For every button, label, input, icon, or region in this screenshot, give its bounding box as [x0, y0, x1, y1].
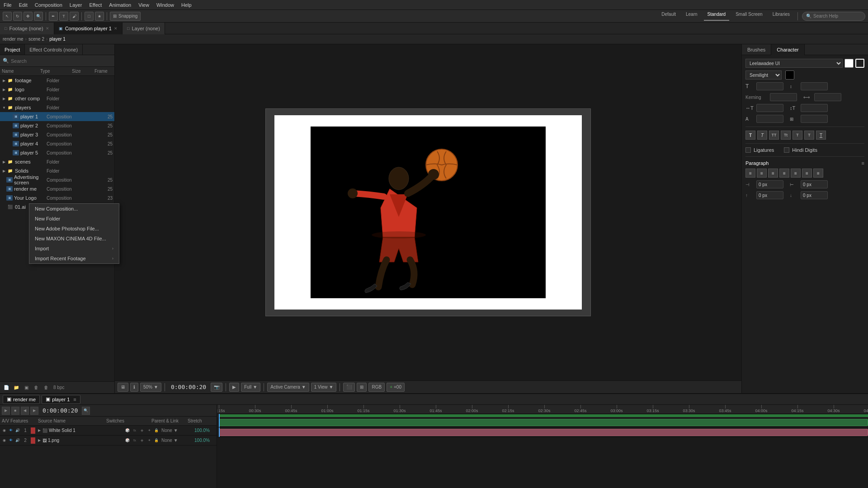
layer2-motion[interactable]: ◈ — [139, 437, 145, 444]
tab-footage[interactable]: □ Footage (none) ✕ — [0, 23, 54, 34]
kerning-input[interactable]: 0 — [770, 93, 797, 101]
breadcrumb-item-0[interactable]: render me — [3, 37, 24, 42]
new-comp-btn[interactable]: ▣ — [22, 384, 31, 392]
layer2-adjust[interactable]: ✦ — [146, 437, 152, 444]
breadcrumb-item-2[interactable]: player 1 — [49, 37, 66, 42]
transparency-btn[interactable]: ⬛ — [343, 383, 355, 392]
hindi-checkbox[interactable] — [784, 147, 789, 153]
layer2-color[interactable] — [31, 437, 35, 444]
trash-btn[interactable]: 🗑 — [42, 384, 51, 392]
tree-item-render_me[interactable]: ▣ render me Composition 25 — [0, 184, 114, 193]
project-search-input[interactable] — [11, 58, 112, 64]
para-space-before[interactable] — [756, 191, 783, 199]
para-align-left[interactable]: ≡ — [745, 169, 755, 178]
tl-next-btn[interactable]: ▶ — [30, 407, 38, 415]
leading-input[interactable]: 81 px — [801, 82, 828, 90]
tree-arrow[interactable]: ▶ — [2, 88, 6, 92]
menu-window[interactable]: Window — [153, 2, 178, 8]
channel-btn[interactable]: RGB — [368, 383, 385, 392]
para-align-justify-left[interactable]: ≡ — [779, 169, 789, 178]
scale-v-input[interactable]: 95 % — [801, 104, 828, 112]
format-italic[interactable]: T — [757, 131, 767, 140]
tool-pen[interactable]: ✒ — [49, 12, 58, 21]
layer2-parent-arrow[interactable]: ▼ — [174, 438, 178, 443]
layer2-lock[interactable]: 🔒 — [153, 437, 160, 444]
paragraph-menu-icon[interactable]: ≡ — [862, 160, 864, 166]
tl-timecode[interactable]: 0:00:00:20 — [40, 407, 80, 414]
layer1-color[interactable] — [31, 427, 35, 434]
tool-select[interactable]: ↖ — [3, 12, 12, 21]
layer1-solo[interactable]: ◉ — [1, 427, 7, 434]
tree-item-player_5[interactable]: ▣ player 5 Composition 25 — [0, 148, 114, 157]
para-align-right[interactable]: ≡ — [768, 169, 778, 178]
layer1-bar[interactable] — [219, 419, 868, 426]
format-bold[interactable]: T — [745, 131, 755, 140]
scale-h-input[interactable]: 100 % — [756, 104, 783, 112]
style-select[interactable]: Semilight — [745, 70, 782, 80]
tool-move[interactable]: ✥ — [24, 12, 33, 21]
layer2-solo[interactable]: ◉ — [1, 437, 7, 444]
layer1-3d[interactable]: 🎲 — [124, 427, 131, 434]
tl-play-btn[interactable]: ▶ — [2, 407, 10, 415]
player1-tab-menu[interactable]: ≡ — [73, 397, 76, 402]
format-sub[interactable]: T — [804, 131, 814, 140]
para-align-justify-all[interactable]: ≡ — [813, 169, 823, 178]
tl-stop-btn[interactable]: ■ — [11, 407, 19, 415]
tree-arrow[interactable]: ▼ — [2, 106, 6, 110]
menu-file[interactable]: File — [0, 2, 15, 8]
grid-btn[interactable]: ⊞ — [357, 383, 367, 392]
ligatures-checkbox[interactable] — [745, 147, 751, 153]
layer2-bar[interactable] — [219, 429, 868, 436]
tab-effect-controls[interactable]: Effect Controls (none) — [25, 44, 83, 55]
new-item-btn[interactable]: 📄 — [2, 384, 11, 392]
context-item-New_MAXON_CINEMA_4D_File___[interactable]: New MAXON CINEMA 4D File... — [29, 234, 119, 244]
format-super[interactable]: T — [793, 131, 802, 140]
font-color-btn[interactable] — [844, 59, 854, 68]
viewer-info-btn[interactable]: ℹ — [130, 383, 138, 392]
layer1-adjust[interactable]: ✦ — [146, 427, 152, 434]
format-allcaps[interactable]: TT — [769, 131, 779, 140]
preview-btn[interactable]: ▶ — [229, 383, 239, 392]
context-item-New_Adobe_Photoshop_File___[interactable]: New Adobe Photoshop File... — [29, 224, 119, 234]
tree-item-scenes[interactable]: ▶ 📁 scenes Folder — [0, 157, 114, 166]
brushes-tab[interactable]: Brushes — [742, 44, 771, 55]
workspace-libraries[interactable]: Libraries — [769, 12, 793, 21]
delete-btn[interactable]: 🗑 — [32, 384, 41, 392]
tsumi-input[interactable]: 0 % — [801, 115, 828, 123]
layer1-motion[interactable]: ◈ — [139, 427, 145, 434]
para-space-after[interactable] — [801, 191, 828, 199]
layer2-audio[interactable]: 🔊 — [14, 437, 21, 444]
tl-prev-btn[interactable]: ◀ — [21, 407, 29, 415]
tool-puppet[interactable]: ★ — [95, 12, 104, 21]
layer1-lock[interactable]: 🔒 — [153, 427, 160, 434]
style-color-btn[interactable] — [785, 70, 794, 80]
tree-item-player_4[interactable]: ▣ player 4 Composition 25 — [0, 139, 114, 148]
menu-help[interactable]: Help — [178, 2, 195, 8]
viewer-resolution-btn[interactable]: 🖥 — [118, 383, 128, 392]
layer1-visible[interactable]: 👁 — [8, 427, 14, 434]
workspace-smallscreen[interactable]: Small Screen — [732, 12, 766, 21]
viewer-timecode[interactable]: 0:00:00:20 — [168, 384, 209, 390]
menu-animation[interactable]: Animation — [105, 2, 135, 8]
format-underline[interactable]: T — [816, 131, 826, 140]
capture-btn[interactable]: 📷 — [211, 383, 222, 392]
viewer-magnification[interactable]: 50% ▼ — [140, 383, 161, 392]
tree-item-Your_Logo[interactable]: ▣ Your Logo Composition 23 — [0, 193, 114, 202]
tab-layer[interactable]: □ Layer (none) — [123, 23, 165, 34]
comp-tab-close[interactable]: ✕ — [114, 26, 118, 31]
tree-item-Advertising_screen[interactable]: ▣ Advertising screen Composition 25 — [0, 175, 114, 184]
tool-zoom[interactable]: 🔍 — [34, 12, 43, 21]
tree-item-footage[interactable]: ▶ 📁 footage Folder — [0, 76, 114, 85]
new-folder-btn[interactable]: 📁 — [12, 384, 21, 392]
tree-arrow[interactable]: ▶ — [2, 79, 6, 83]
para-align-justify-right[interactable]: ≡ — [802, 169, 812, 178]
tree-item-other_comp[interactable]: ▶ 📁 other comp Folder — [0, 94, 114, 103]
layer1-expand[interactable]: ▶ — [36, 427, 42, 434]
para-align-justify-center[interactable]: ≡ — [791, 169, 801, 178]
layer1-audio[interactable]: 🔊 — [14, 427, 21, 434]
tl-tab-render[interactable]: ▣ render me — [3, 395, 40, 404]
tool-shape[interactable]: □ — [85, 12, 94, 21]
tool-rotate[interactable]: ↻ — [13, 12, 22, 21]
tl-search-btn[interactable]: 🔍 — [82, 407, 90, 415]
para-align-center[interactable]: ≡ — [757, 169, 767, 178]
